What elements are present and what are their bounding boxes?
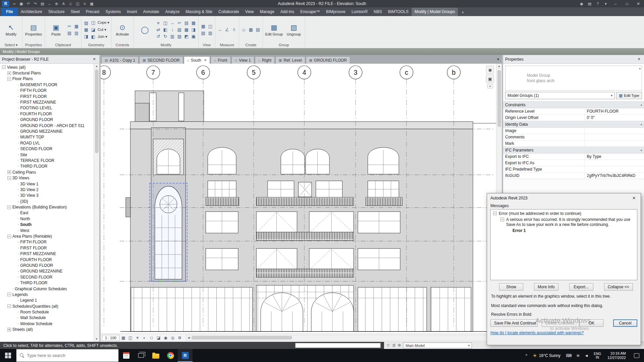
chevron-down-icon[interactable]: ▾ <box>639 67 641 70</box>
tree-item-first-mezzanine[interactable]: ▫FIRST MEZZANINE <box>1 99 93 105</box>
tree-item-3d-view-3[interactable]: ▫3D View 3 <box>1 193 93 198</box>
show-rendering-icon[interactable]: ▦ <box>120 335 127 341</box>
tree-item-legend-1[interactable]: ▫Legend 1 <box>1 298 93 303</box>
view-tab-list-button[interactable]: ▼ <box>494 58 502 61</box>
filter-icon[interactable]: ▽ <box>387 343 389 348</box>
switch-windows-icon[interactable]: ▦ <box>88 2 95 6</box>
save-icon[interactable]: ▣ <box>18 2 25 6</box>
ribbon-tool-icon[interactable]: ▥ <box>207 30 213 36</box>
scroll-thumb[interactable] <box>497 70 501 127</box>
ribbon-tab-annotate[interactable]: Annotate <box>140 8 162 16</box>
modify-tools-button[interactable]: ◯ <box>136 17 154 42</box>
tree-item-legends[interactable]: −Legends <box>1 292 93 297</box>
view-scale[interactable]: 1 : 100 <box>102 335 119 341</box>
ribbon-tab-precast[interactable]: Precast <box>83 8 103 16</box>
tree-item-south[interactable]: ▫South <box>1 222 93 228</box>
ribbon-tab-massing-site[interactable]: Massing & Site <box>182 8 215 16</box>
ribbon-tool-icon[interactable]: ✂ <box>176 20 182 26</box>
view-tab-second-floor[interactable]: ▦SECOND FLOOR <box>139 56 183 64</box>
tree-item-footing-level[interactable]: ▫FOOTING LEVEL <box>1 105 93 111</box>
warnings-help-link[interactable]: How do I locate elements associated with… <box>490 330 584 335</box>
type-selector[interactable]: Model Groups (1) ▾ <box>505 92 615 99</box>
ribbon-tool-icon[interactable]: ↔ <box>169 20 175 26</box>
elevation-drawing[interactable]: 8 7 6 5 4 3 c b <box>101 64 496 334</box>
ribbon-tool-icon[interactable]: ▨ <box>176 34 182 40</box>
scroll-thumb[interactable] <box>95 69 99 153</box>
ribbon-tool-icon[interactable]: ↔ <box>217 27 223 33</box>
ribbon-tool-icon[interactable]: ◧ <box>162 27 168 33</box>
maximize-button[interactable]: □ <box>621 0 633 7</box>
tree-item-terrace-floor[interactable]: ▫TERRACE FLOOR <box>1 158 93 163</box>
ribbon-tool-icon[interactable]: ↺ <box>155 34 161 40</box>
tree-item-first-floor[interactable]: ▫FIRST FLOOR <box>1 94 93 99</box>
selected-model-group[interactable] <box>150 128 187 281</box>
view-tab-a101-copy-1[interactable]: ▤A101 - Copy 1 <box>101 56 139 64</box>
ribbon-tab-nbs[interactable]: NBS <box>371 8 385 16</box>
open-icon[interactable]: ▱ <box>11 2 18 6</box>
ribbon-tool-icon[interactable]: ∠ <box>224 27 230 33</box>
collapse-icon[interactable]: − <box>2 65 6 69</box>
ribbon-tool-icon[interactable]: ▧ <box>176 27 182 33</box>
tree-item-area-plans-rentable[interactable]: −Area Plans (Rentable) <box>1 233 93 239</box>
collapse-button[interactable]: Collapse << <box>604 283 633 291</box>
ribbon-tool-icon[interactable]: ◫ <box>207 23 213 29</box>
ribbon-tab-systems[interactable]: Systems <box>102 8 124 16</box>
zoom-control-icon[interactable]: ▣ <box>486 75 494 83</box>
property-value-image[interactable] <box>585 128 644 134</box>
property-value-export-to-ifc-as[interactable] <box>585 160 644 166</box>
tree-item-second-floor[interactable]: ▫SECOND FLOOR <box>1 274 93 280</box>
tree-item-ground-floor[interactable]: ▫GROUND FLOOR <box>1 262 93 268</box>
property-value-export-to-ifc[interactable]: By Type <box>585 154 644 160</box>
property-value-mark[interactable] <box>585 140 644 146</box>
sun-path-icon[interactable]: ☀ <box>134 335 141 341</box>
view-tab-right[interactable]: ⌂Right <box>255 56 275 64</box>
scroll-up-icon[interactable]: ▲ <box>95 64 98 69</box>
ribbon-tool-icon[interactable]: ▨ <box>83 20 89 26</box>
wifi-icon[interactable]: ≋ <box>574 349 582 362</box>
property-value-comments[interactable] <box>585 134 644 140</box>
ribbon-tool-icon[interactable]: ▤ <box>183 20 190 26</box>
cope-button[interactable]: ◫Cope ▾ <box>90 19 109 26</box>
ok-button[interactable]: OK <box>579 319 603 327</box>
ribbon-tool-icon[interactable]: ▦ <box>248 27 254 33</box>
temporary-hide-icon[interactable]: ◉ <box>162 335 169 341</box>
tree-item-ground-mezzanine[interactable]: ▫GROUND MEZZANINE <box>1 128 93 134</box>
tree-item-east[interactable]: ▫East <box>1 210 93 216</box>
ribbon-tool-icon[interactable]: ◇ <box>241 27 247 33</box>
ribbon-tab-enscape[interactable]: Enscape™ <box>297 8 323 16</box>
tree-item-first-mezzanine[interactable]: ▫FIRST MEZZANINE <box>1 251 93 257</box>
crop-region-icon[interactable]: ◪ <box>155 335 162 341</box>
tree-item-fourth-floor[interactable]: ▫FOURTH FLOOR <box>1 111 93 117</box>
collapse-icon[interactable]: − <box>500 218 504 221</box>
tree-item-elevations-building-elevation[interactable]: −Elevations (Building Elevation) <box>1 204 93 210</box>
drawing-canvas[interactable]: 8 7 6 5 4 3 c b ◉▣▾ ▲ ▼ <box>101 64 502 342</box>
balcony-railings[interactable] <box>206 197 402 206</box>
measure-icon[interactable]: ↔ <box>46 2 53 6</box>
ribbon-tool-icon[interactable]: ▣ <box>191 34 197 40</box>
ribbon-tool-icon[interactable]: ▦ <box>200 23 206 29</box>
horizontal-scrollbar[interactable]: ◀ <box>186 335 495 341</box>
ribbon-tab-lumion[interactable]: Lumion® <box>348 8 371 16</box>
scroll-thumb[interactable] <box>192 336 292 340</box>
show-button[interactable]: Show <box>499 283 523 291</box>
collapse-icon[interactable]: − <box>7 77 11 81</box>
close-icon[interactable]: ✕ <box>636 57 642 61</box>
print-icon[interactable]: ▤ <box>39 2 46 6</box>
selection-box[interactable] <box>150 183 187 282</box>
text-icon[interactable]: A <box>60 2 67 6</box>
tree-item-road-lvl[interactable]: ▫ROAD LVL <box>1 140 93 146</box>
ribbon-tab-bimtools[interactable]: BiMTOOLS <box>385 8 412 16</box>
tree-item-3d-view-1[interactable]: ▫3D View 1 <box>1 181 93 187</box>
chrome-icon[interactable] <box>163 349 178 362</box>
tree-item-sheets-all[interactable]: +Sheets (all) <box>1 327 93 333</box>
analytical-model-icon[interactable]: ⚙ <box>176 335 183 341</box>
cancel-button[interactable]: Cancel <box>613 319 637 327</box>
close-icon[interactable]: ✕ <box>627 193 641 203</box>
tree-item-views-all[interactable]: −Views (all) <box>1 64 93 70</box>
error-tree[interactable]: − Error (must be addressed in order to c… <box>490 209 637 280</box>
help-icon[interactable]: ? <box>594 2 602 6</box>
ribbon-tool-icon[interactable]: ▥ <box>73 30 79 36</box>
ribbon-tab-bimproove[interactable]: BIMproove <box>323 8 348 16</box>
collapse-icon[interactable]: ▴ <box>641 103 642 106</box>
property-value-reference-level[interactable]: FOURTH FLOOR <box>585 108 644 114</box>
